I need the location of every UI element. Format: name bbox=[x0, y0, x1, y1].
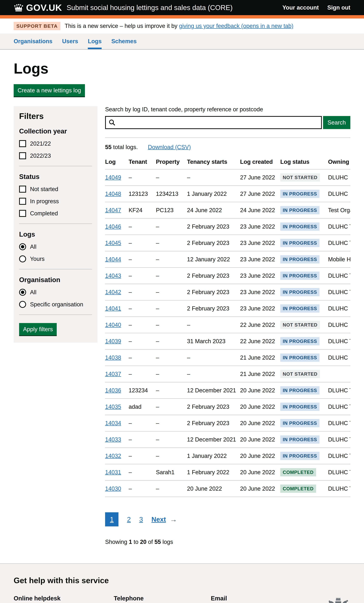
log-link-14030[interactable]: 14030 bbox=[105, 486, 121, 492]
filter-option-label[interactable]: Specific organisation bbox=[30, 301, 83, 308]
cell-property: – bbox=[156, 480, 187, 497]
pagination-next-link[interactable]: Next bbox=[151, 516, 166, 523]
checkbox-2022-23[interactable] bbox=[19, 152, 26, 159]
section-divider bbox=[105, 138, 350, 138]
cell-owning-organisation: DLUHC bbox=[328, 300, 350, 317]
your-account-link[interactable]: Your account bbox=[282, 4, 319, 11]
filter-option-label[interactable]: Completed bbox=[30, 210, 58, 217]
log-link-14040[interactable]: 14040 bbox=[105, 322, 121, 328]
log-link-14042[interactable]: 14042 bbox=[105, 289, 121, 295]
filter-divider bbox=[19, 166, 92, 166]
feedback-link[interactable]: giving us your feedback (opens in a new … bbox=[179, 23, 293, 29]
cell-tenancy-starts: 2 February 2023 bbox=[187, 284, 240, 300]
log-link-14039[interactable]: 14039 bbox=[105, 338, 121, 344]
log-link-14044[interactable]: 14044 bbox=[105, 256, 121, 263]
filter-option-label[interactable]: 2022/23 bbox=[30, 152, 51, 159]
download-csv-link[interactable]: Download (CSV) bbox=[148, 144, 191, 150]
radio-specific-organisation[interactable] bbox=[19, 301, 26, 308]
log-link-14036[interactable]: 14036 bbox=[105, 387, 121, 394]
showing-summary: Showing 1 to 20 of 55 logs bbox=[105, 539, 350, 545]
nav-item-logs[interactable]: Logs bbox=[88, 38, 102, 49]
create-lettings-log-button[interactable]: Create a new lettings log bbox=[14, 84, 85, 96]
filter-option-row: Yours bbox=[19, 255, 92, 262]
nav-item-schemes[interactable]: Schemes bbox=[111, 38, 137, 49]
showing-to-word: to bbox=[132, 539, 140, 545]
column-header-log: Log bbox=[105, 155, 129, 169]
pagination-page-3[interactable]: 3 bbox=[139, 516, 143, 523]
filter-option-label[interactable]: 2021/22 bbox=[30, 140, 51, 147]
nav-item-organisations[interactable]: Organisations bbox=[14, 38, 52, 49]
search-input[interactable] bbox=[105, 116, 322, 129]
footer-email-column: Email dluhc.digital-services@levellingup… bbox=[211, 595, 318, 603]
cell-owning-organisation bbox=[328, 366, 350, 382]
radio-all[interactable] bbox=[19, 289, 26, 296]
filter-group-collection-year: Collection year2021/222022/23 bbox=[19, 128, 92, 159]
log-link-14038[interactable]: 14038 bbox=[105, 354, 121, 361]
govuk-logo[interactable]: GOV.UK bbox=[14, 2, 62, 13]
status-badge: IN PROGRESS bbox=[280, 403, 319, 411]
cell-owning-organisation: DLUHC bbox=[328, 317, 350, 333]
cell-tenancy-starts: 2 February 2023 bbox=[187, 415, 240, 431]
nav-item-users[interactable]: Users bbox=[62, 38, 78, 49]
showing-of-word: of bbox=[147, 539, 154, 545]
cell-owning-organisation: DLUHC Test bbox=[328, 382, 350, 399]
status-badge: IN PROGRESS bbox=[280, 239, 319, 247]
checkbox-in-progress[interactable] bbox=[19, 198, 26, 205]
table-row: 14034––2 February 202320 June 2022IN PRO… bbox=[105, 415, 350, 431]
filter-option-label[interactable]: Yours bbox=[30, 256, 45, 262]
apply-filters-button[interactable]: Apply filters bbox=[19, 323, 57, 335]
search-button[interactable]: Search bbox=[323, 116, 350, 129]
status-badge: IN PROGRESS bbox=[280, 288, 319, 296]
log-link-14049[interactable]: 14049 bbox=[105, 174, 121, 181]
log-link-14041[interactable]: 14041 bbox=[105, 305, 121, 312]
status-badge: COMPLETED bbox=[280, 468, 316, 476]
log-link-14031[interactable]: 14031 bbox=[105, 469, 121, 475]
cell-tenant: – bbox=[129, 333, 156, 349]
cell-log-created: 20 June 2022 bbox=[240, 431, 280, 448]
checkbox-not-started[interactable] bbox=[19, 186, 26, 193]
filter-option-label[interactable]: All bbox=[30, 289, 36, 296]
filter-option-label[interactable]: All bbox=[30, 244, 36, 250]
cell-log-created: 23 June 2022 bbox=[240, 267, 280, 284]
cell-tenancy-starts: – bbox=[187, 317, 240, 333]
pagination-page-2[interactable]: 2 bbox=[127, 516, 130, 523]
log-link-14033[interactable]: 14033 bbox=[105, 436, 121, 443]
checkbox-2021-22[interactable] bbox=[19, 140, 26, 147]
log-link-14037[interactable]: 14037 bbox=[105, 371, 121, 377]
cell-tenancy-starts: 2 February 2023 bbox=[187, 218, 240, 235]
log-link-14043[interactable]: 14043 bbox=[105, 273, 121, 279]
log-link-14047[interactable]: 14047 bbox=[105, 207, 121, 213]
search-label: Search by log ID, tenant code, property … bbox=[105, 106, 350, 113]
status-badge: IN PROGRESS bbox=[280, 354, 319, 362]
filter-group-logs: LogsAllYours bbox=[19, 231, 92, 262]
radio-yours[interactable] bbox=[19, 255, 26, 262]
search-icon bbox=[108, 119, 116, 126]
log-link-14035[interactable]: 14035 bbox=[105, 404, 121, 410]
footer-telephone-column: Telephone 0333 202 5084 Monday to Friday… bbox=[114, 595, 211, 603]
support-beta-tag: SUPPORT BETA bbox=[14, 22, 60, 30]
filter-legend: Organisation bbox=[19, 276, 92, 284]
sign-out-link[interactable]: Sign out bbox=[327, 4, 350, 11]
primary-nav: OrganisationsUsersLogsSchemes bbox=[14, 34, 350, 49]
log-link-14032[interactable]: 14032 bbox=[105, 453, 121, 459]
log-link-14046[interactable]: 14046 bbox=[105, 223, 121, 230]
cell-property: – bbox=[156, 169, 187, 186]
cell-tenant: – bbox=[129, 480, 156, 497]
filter-legend: Collection year bbox=[19, 128, 92, 135]
cell-property: – bbox=[156, 349, 187, 366]
filter-option-label[interactable]: In progress bbox=[30, 198, 59, 205]
log-link-14034[interactable]: 14034 bbox=[105, 420, 121, 426]
cell-tenant: – bbox=[129, 366, 156, 382]
table-row: 14032––1 January 202220 June 2022IN PROG… bbox=[105, 448, 350, 464]
cell-tenancy-starts: 12 December 2021 bbox=[187, 431, 240, 448]
pagination-page-1[interactable]: 1 bbox=[105, 512, 118, 526]
filter-option-row: Specific organisation bbox=[19, 301, 92, 308]
log-link-14048[interactable]: 14048 bbox=[105, 191, 121, 197]
log-link-14045[interactable]: 14045 bbox=[105, 240, 121, 246]
cell-property: – bbox=[156, 235, 187, 251]
filter-option-label[interactable]: Not started bbox=[30, 186, 58, 192]
cell-log-created: 21 June 2022 bbox=[240, 366, 280, 382]
radio-all[interactable] bbox=[19, 243, 26, 250]
service-name-link[interactable]: Submit social housing lettings and sales… bbox=[67, 3, 233, 12]
checkbox-completed[interactable] bbox=[19, 210, 26, 217]
